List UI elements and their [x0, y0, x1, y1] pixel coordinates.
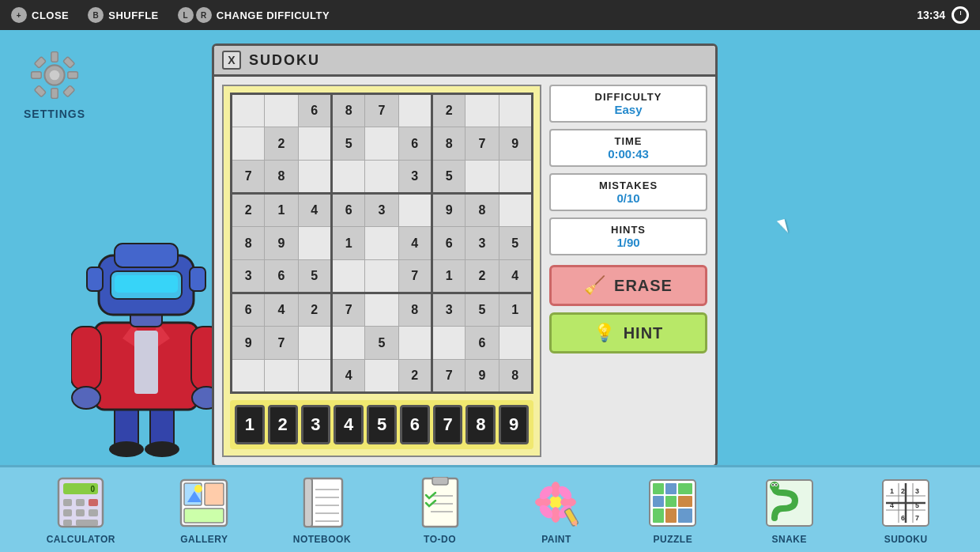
grid-cell[interactable]: 2 [232, 194, 265, 227]
grid-cell[interactable] [232, 94, 265, 127]
grid-cell[interactable] [398, 194, 432, 227]
numpad-button-3[interactable]: 3 [301, 405, 331, 444]
grid-cell[interactable]: 8 [499, 360, 532, 393]
numpad-button-7[interactable]: 7 [433, 405, 463, 444]
close-control[interactable]: + CLOSE [11, 7, 69, 23]
grid-cell[interactable]: 1 [432, 260, 465, 293]
grid-cell[interactable]: 6 [398, 127, 432, 161]
numpad-button-1[interactable]: 1 [235, 405, 265, 444]
grid-cell[interactable]: 6 [232, 293, 265, 327]
grid-cell[interactable] [331, 327, 364, 360]
grid-cell[interactable]: 9 [466, 360, 499, 393]
grid-cell[interactable] [398, 94, 432, 127]
grid-cell[interactable] [232, 127, 265, 161]
grid-cell[interactable]: 6 [265, 260, 298, 293]
grid-cell[interactable]: 7 [466, 127, 499, 161]
taskbar-item-sudoku[interactable]: 1 2 3 4 5 6 7 SUDOKU [878, 475, 933, 545]
grid-cell[interactable]: 2 [466, 260, 499, 293]
numpad-button-5[interactable]: 5 [367, 405, 397, 444]
grid-cell[interactable] [331, 161, 364, 194]
grid-cell[interactable]: 2 [298, 293, 331, 327]
grid-cell[interactable] [232, 360, 265, 393]
grid-cell[interactable]: 9 [232, 327, 265, 360]
taskbar-item-gallery[interactable]: GALLERY [176, 475, 232, 545]
grid-cell[interactable] [466, 161, 499, 194]
erase-button[interactable]: 🧹 ERASE [549, 265, 707, 306]
grid-cell[interactable]: 6 [298, 94, 331, 127]
numpad-button-6[interactable]: 6 [400, 405, 430, 444]
grid-cell[interactable]: 9 [265, 227, 298, 260]
grid-cell[interactable]: 4 [265, 293, 298, 327]
taskbar-item-snake[interactable]: SNAKE [762, 475, 817, 545]
grid-cell[interactable] [365, 227, 398, 260]
grid-cell[interactable]: 7 [331, 293, 364, 327]
grid-cell[interactable]: 8 [432, 127, 465, 161]
grid-cell[interactable] [365, 360, 398, 393]
grid-cell[interactable]: 9 [499, 127, 532, 161]
grid-cell[interactable]: 8 [398, 293, 432, 327]
grid-cell[interactable]: 3 [432, 293, 465, 327]
grid-cell[interactable]: 8 [331, 94, 364, 127]
grid-cell[interactable] [432, 327, 465, 360]
grid-cell[interactable]: 7 [432, 360, 465, 393]
grid-cell[interactable] [398, 327, 432, 360]
grid-cell[interactable] [499, 327, 532, 360]
grid-cell[interactable]: 8 [466, 194, 499, 227]
grid-cell[interactable]: 5 [365, 327, 398, 360]
numpad-button-4[interactable]: 4 [334, 405, 364, 444]
grid-cell[interactable]: 6 [466, 327, 499, 360]
grid-cell[interactable]: 5 [331, 127, 364, 161]
grid-cell[interactable] [298, 161, 331, 194]
grid-cell[interactable]: 9 [432, 194, 465, 227]
taskbar-item-calculator[interactable]: 0 CALCULATOR [47, 475, 115, 545]
grid-cell[interactable]: 4 [331, 360, 364, 393]
grid-cell[interactable]: 5 [466, 293, 499, 327]
grid-cell[interactable]: 3 [365, 194, 398, 227]
grid-cell[interactable] [331, 260, 364, 293]
grid-cell[interactable]: 7 [365, 94, 398, 127]
grid-cell[interactable] [298, 327, 331, 360]
grid-cell[interactable] [265, 94, 298, 127]
taskbar-item-notebook[interactable]: NOTEBOOK [293, 475, 351, 545]
settings-button[interactable]: SETTINGS [24, 47, 85, 120]
grid-cell[interactable] [499, 194, 532, 227]
grid-cell[interactable]: 8 [232, 227, 265, 260]
hint-button[interactable]: 💡 HINT [549, 312, 707, 354]
grid-cell[interactable]: 7 [398, 260, 432, 293]
grid-cell[interactable]: 5 [298, 260, 331, 293]
shuffle-control[interactable]: B SHUFFLE [88, 7, 158, 23]
grid-cell[interactable]: 8 [265, 161, 298, 194]
grid-cell[interactable] [466, 94, 499, 127]
grid-cell[interactable]: 5 [499, 227, 532, 260]
taskbar-item-puzzle[interactable]: PUZZLE [645, 475, 700, 545]
grid-cell[interactable]: 2 [432, 94, 465, 127]
grid-cell[interactable]: 1 [265, 194, 298, 227]
grid-cell[interactable]: 3 [398, 161, 432, 194]
grid-cell[interactable]: 2 [265, 127, 298, 161]
taskbar-item-paint[interactable]: PAINT [529, 475, 584, 545]
grid-cell[interactable]: 2 [398, 360, 432, 393]
window-close-button[interactable]: X [222, 51, 241, 70]
grid-cell[interactable]: 3 [466, 227, 499, 260]
grid-cell[interactable]: 4 [499, 260, 532, 293]
grid-cell[interactable]: 4 [398, 227, 432, 260]
grid-cell[interactable] [365, 293, 398, 327]
grid-cell[interactable]: 6 [432, 227, 465, 260]
grid-cell[interactable] [365, 127, 398, 161]
grid-cell[interactable]: 4 [298, 194, 331, 227]
grid-cell[interactable]: 7 [265, 327, 298, 360]
grid-cell[interactable] [298, 127, 331, 161]
grid-cell[interactable]: 3 [232, 260, 265, 293]
numpad-button-9[interactable]: 9 [499, 405, 529, 444]
grid-cell[interactable] [265, 360, 298, 393]
numpad-button-2[interactable]: 2 [268, 405, 298, 444]
taskbar-item-todo[interactable]: TO-DO [413, 475, 468, 545]
grid-cell[interactable] [499, 161, 532, 194]
grid-cell[interactable] [298, 360, 331, 393]
grid-cell[interactable]: 5 [432, 161, 465, 194]
grid-cell[interactable] [365, 161, 398, 194]
grid-cell[interactable]: 1 [499, 293, 532, 327]
grid-cell[interactable]: 1 [331, 227, 364, 260]
grid-cell[interactable] [499, 94, 532, 127]
grid-cell[interactable]: 7 [232, 161, 265, 194]
